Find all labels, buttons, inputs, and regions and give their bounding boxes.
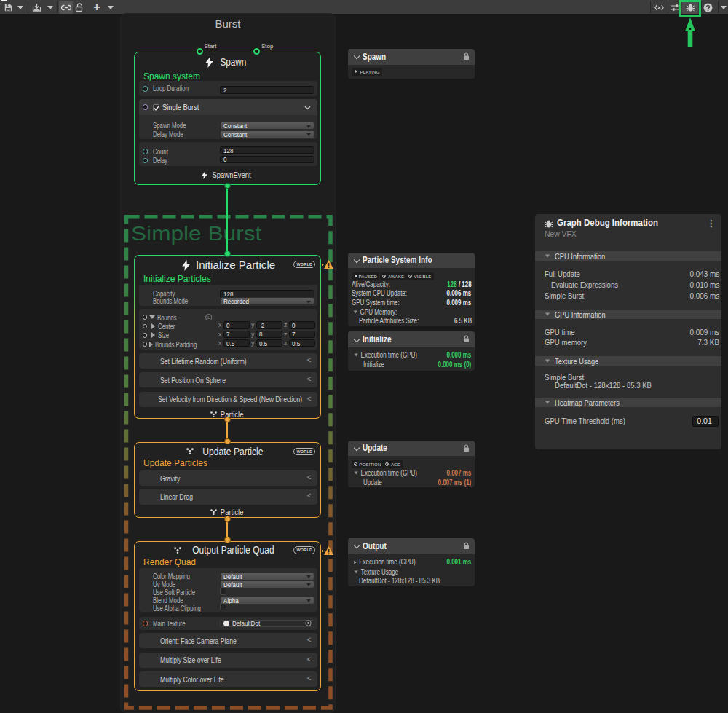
svg-text:L: L — [207, 315, 210, 320]
